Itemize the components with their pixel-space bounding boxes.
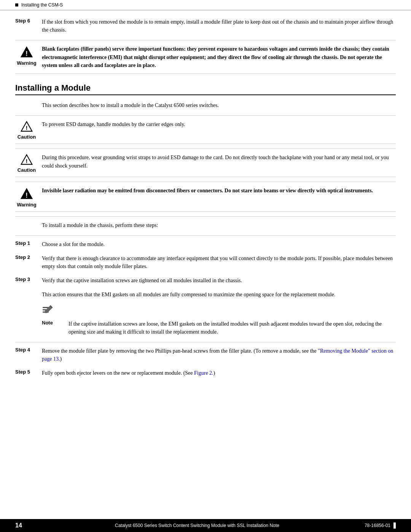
note-block: Note If the captive installation screws … [42,320,396,336]
svg-text:!: ! [25,158,27,164]
warning-2-content: Invisible laser radiation may be emitted… [42,187,396,195]
install-step-3b-row: This action ensures that the EMI gaskets… [15,291,396,299]
caution-2-content: During this procedure, wear grounding wr… [42,153,396,170]
divider-2 [15,115,396,116]
caution-2-icon-area: ! Caution [15,153,42,173]
install-step-3-row: Step 3 Verify that the captive installat… [15,276,396,284]
divider-1 [15,40,396,40]
footer-title: Catalyst 6500 Series Switch Content Swit… [30,523,365,528]
warning-2-label: Warning [17,202,37,208]
caution-2-icon: ! [21,153,33,166]
divider-3 [15,149,396,149]
footer-page-number: 14 [15,522,22,529]
breadcrumb: Installing the CSM-S [21,2,63,8]
note-area: Note If the captive installation screws … [42,305,396,336]
warning-2-filled-icon: ! [20,187,33,200]
install-step-1-row: Step 1 Choose a slot for the module. [15,240,396,248]
svg-text:!: ! [25,50,28,58]
install-step-5-row: Step 5 Fully open both ejector levers on… [15,369,396,377]
top-bar: Installing the CSM-S [0,0,411,10]
install-intro: To install a module in the chassis, perf… [42,221,396,229]
note-content: If the captive installation screws are l… [68,320,396,336]
footer-bar [393,522,396,529]
caution-1-label: Caution [18,134,36,140]
caution-2-label: Caution [18,167,36,173]
figure-2-link[interactable]: Figure 2. [194,370,213,376]
divider-7 [15,342,396,342]
warning-2-block: ! Warning Invisible laser radiation may … [15,187,396,212]
caution-2-block: ! Caution During this procedure, wear gr… [15,153,396,177]
warning-filled-icon: ! [20,45,33,59]
footer-doc-num: 78-16856-01 [365,523,390,528]
divider-4 [15,182,396,182]
install-step-5-content: Fully open both ejector levers on the ne… [42,369,396,377]
install-step-5-label: Step 5 [15,369,42,375]
step-6-content: If the slot from which you removed the m… [42,18,396,34]
warning-1-icon-area: ! Warning [15,45,42,66]
install-step-1-content: Choose a slot for the module. [42,240,396,248]
install-step-3-content: Verify that the captive installation scr… [42,276,396,284]
install-step-3b-content: This action ensures that the EMI gaskets… [42,291,396,299]
svg-text:!: ! [25,125,27,131]
caution-1-icon-area: ! Caution [15,120,42,140]
main-content: Step 6 If the slot from which you remove… [0,10,411,391]
install-step-4-content: Remove the module filler plate by removi… [42,347,396,363]
note-label: Note [42,320,68,326]
caution-1-block: ! Caution To prevent ESD damage, handle … [15,120,396,144]
note-icon [42,305,54,315]
install-step-2-label: Step 2 [15,254,42,260]
section-heading-installing: Installing a Module [15,83,396,95]
install-step-2-content: Verify that there is enough clearance to… [42,254,396,270]
warning-1-content: Blank faceplates (filler panels) serve t… [42,45,396,70]
caution-1-icon: ! [21,120,33,133]
step-6-label: Step 6 [15,18,42,24]
warning-1-label: Warning [17,60,37,66]
removing-module-link[interactable]: "Removing the Module" section on page 13… [42,348,393,362]
step-6-row: Step 6 If the slot from which you remove… [15,18,396,34]
install-step-2-row: Step 2 Verify that there is enough clear… [15,254,396,270]
breadcrumb-marker [15,3,18,6]
install-step-4-label: Step 4 [15,347,42,353]
footer: 14 Catalyst 6500 Series Switch Content S… [0,519,411,532]
install-step-1-label: Step 1 [15,240,42,246]
divider-6 [15,235,396,236]
caution-1-content: To prevent ESD damage, handle modules by… [42,120,396,129]
section-intro: This section describes how to install a … [42,101,396,109]
install-step-4-row: Step 4 Remove the module filler plate by… [15,347,396,363]
install-step-3-label: Step 3 [15,276,42,282]
divider-5 [15,216,396,217]
warning-1-block: ! Warning Blank faceplates (filler panel… [15,45,396,74]
svg-text:!: ! [25,192,28,199]
note-icon-row [42,305,396,317]
warning-2-icon-area: ! Warning [15,187,42,208]
